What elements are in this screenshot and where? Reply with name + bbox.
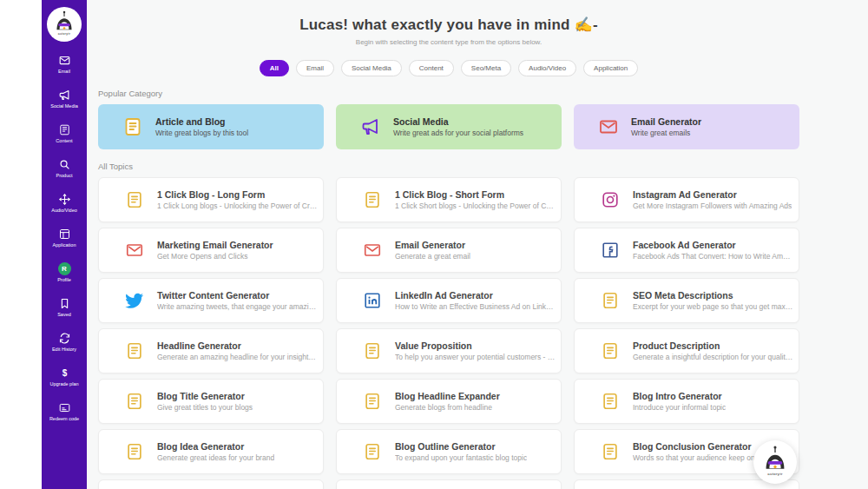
topic-card-1-click-blog-short-form[interactable]: 1 Click Blog - Short Form 1 Click Short … [336, 177, 562, 222]
sidebar-item-label: Profile [57, 277, 71, 282]
instagram-icon [601, 190, 620, 209]
popular-card-title: Email Generator [631, 116, 701, 127]
sidebar-item-product[interactable]: Product [42, 158, 87, 178]
sidebar-item-social-media[interactable]: Social Media [42, 89, 87, 109]
filter-pill-audio-video[interactable]: Audio/Video [518, 60, 576, 76]
doc-icon [363, 442, 382, 461]
filter-pill-application[interactable]: Application [583, 60, 638, 76]
topic-card-title: Twitter Content Generator [157, 290, 318, 301]
topic-card-desc: 1 Click Short blogs - Unlocking the Powe… [395, 202, 556, 210]
topic-card-blog-title-generator[interactable]: Blog Title Generator Give great titles t… [98, 379, 324, 424]
facebook-icon [601, 241, 620, 260]
left-gutter [0, 0, 42, 489]
sidebar-item-profile[interactable]: R Profile [42, 262, 87, 282]
sidebar-item-label: Content [56, 138, 72, 143]
topic-card-product-description[interactable]: Product Description Generate a insightfu… [574, 328, 799, 373]
popular-card-desc: Write great ads for your social platform… [393, 129, 523, 137]
main-area: Lucas! what exactly you have in mind ✍️-… [87, 0, 868, 489]
sidebar-item-label: Upgrade plan [49, 381, 78, 387]
topic-card-facebook-ad-generator[interactable]: Facebook Ad Generator Facebook Ads That … [574, 228, 799, 273]
topic-card-blog-idea-generator[interactable]: Blog Idea Generator Generate great ideas… [98, 429, 324, 474]
topic-card-title: 1 Click Blog - Short Form [395, 189, 556, 200]
topic-card-desc: Generate blogs from headline [395, 403, 500, 412]
topic-card-onboarding-screen-messages[interactable]: Onboarding Screen Messages Get your onbo… [336, 479, 562, 489]
sidebar-item-application[interactable]: Application [42, 228, 87, 248]
topic-card-title: Blog Idea Generator [157, 441, 274, 452]
doc-icon [125, 442, 144, 461]
app-root: autorytr Email Social Media Content Prod… [0, 0, 868, 489]
sidebar-item-label: Product [56, 173, 73, 178]
topic-card-email-generator[interactable]: Email Generator Generate a great email [336, 228, 562, 273]
topic-card-blog-intro-generator[interactable]: Blog Intro Generator Introduce your info… [574, 379, 799, 424]
topic-card-title: LinkedIn Ad Generator [395, 290, 556, 301]
all-topics-grid: 1 Click Blog - Long Form 1 Click Long bl… [98, 177, 799, 489]
chat-widget-button[interactable]: autorytr [753, 440, 797, 484]
sidebar-item-label: Audio/Video [51, 208, 77, 213]
doc-icon [601, 392, 620, 411]
topic-card-title: Facebook Ad Generator [633, 240, 793, 250]
filter-pill-content[interactable]: Content [409, 60, 454, 76]
topic-card-value-proposition[interactable]: Value Proposition To help you answer you… [336, 328, 562, 373]
sidebar-item-redeem-code[interactable]: Redeem code [42, 401, 87, 421]
doc-icon [601, 341, 620, 360]
topic-card-desc: Get More Instagram Followers with Amazin… [633, 202, 792, 210]
audio-video-icon [58, 193, 71, 206]
filter-pill-all[interactable]: All [260, 60, 289, 76]
topic-card-linkedin-ad-generator[interactable]: LinkedIn Ad Generator How to Write an Ef… [336, 278, 562, 323]
topic-card-marketing-email-generator[interactable]: Marketing Email Generator Get More Opens… [98, 228, 324, 273]
sidebar-item-edit-history[interactable]: Edit History [42, 332, 87, 352]
topic-card-title: Headline Generator [157, 340, 318, 351]
topic-card-blog-outline-generator[interactable]: Blog Outline Generator To expand upon yo… [336, 429, 562, 474]
topic-card-desc: Excerpt for your web page so that you ge… [633, 302, 793, 311]
all-topics-label: All Topics [98, 162, 799, 171]
page-title: Lucas! what exactly you have in mind ✍️- [98, 16, 799, 34]
dollar-icon: $ [58, 367, 71, 380]
history-icon [58, 332, 71, 345]
topic-card-desc: Introduce your informal topic [633, 403, 726, 412]
sidebar-item-content[interactable]: Content [42, 123, 87, 143]
popular-card-social-media[interactable]: Social Media Write great ads for your so… [336, 104, 562, 149]
sidebar-item-label: Email [58, 69, 70, 74]
doc-icon [601, 442, 620, 461]
sidebar-item-label: Edit History [52, 347, 76, 352]
filter-pill-social-media[interactable]: Social Media [341, 60, 402, 76]
topic-card-title: 1 Click Blog - Long Form [157, 189, 318, 200]
popular-category-grid: Article and Blog Write great blogs by th… [98, 104, 799, 149]
sidebar-item-audio-video[interactable]: Audio/Video [42, 193, 87, 213]
email-icon [58, 54, 71, 67]
topic-card-instagram-ad-generator[interactable]: Instagram Ad Generator Get More Instagra… [574, 177, 799, 222]
topic-card-desc: How to Write an Effective Business Ad on… [395, 302, 556, 311]
mascot-icon: autorytr [49, 9, 80, 40]
bookmark-icon [58, 297, 71, 310]
topic-card-desc: Generate an amazing headline for your in… [157, 353, 318, 361]
sidebar-item-label: Application [53, 242, 76, 248]
envelope-icon [125, 241, 144, 260]
doc-icon [125, 341, 144, 360]
topic-card-headline-generator[interactable]: Headline Generator Generate an amazing h… [98, 328, 324, 373]
doc-icon [601, 291, 620, 310]
popular-card-desc: Write great blogs by this tool [155, 129, 248, 137]
doc-icon [363, 190, 382, 209]
topic-card-desc: 1 Click Long blogs - Unlocking the Power… [157, 202, 318, 210]
topic-card-1-click-blog-long-form[interactable]: 1 Click Blog - Long Form 1 Click Long bl… [98, 177, 324, 222]
popular-card-email-generator[interactable]: Email Generator Write great emails [574, 104, 799, 149]
sidebar-item-saved[interactable]: Saved [42, 297, 87, 317]
topic-card-seo-meta-descriptions[interactable]: SEO Meta Descriptions Excerpt for your w… [574, 278, 799, 323]
topic-card-poetry-generator[interactable]: Poetry Generator Write a mesmerizing poe… [98, 479, 324, 489]
sidebar-item-upgrade-plan[interactable]: $ Upgrade plan [42, 367, 87, 387]
topic-card-blog-headline-expander[interactable]: Blog Headline Expander Generate blogs fr… [336, 379, 562, 424]
topic-card-twitter-content-generator[interactable]: Twitter Content Generator Write amazing … [98, 278, 324, 323]
card-icon [58, 401, 71, 414]
filter-pill-seo-meta[interactable]: Seo/Meta [461, 60, 511, 76]
sidebar-item-email[interactable]: Email [42, 54, 87, 74]
topic-card-title: Blog Title Generator [157, 391, 253, 401]
twitter-icon [125, 291, 144, 310]
brand-logo[interactable]: autorytr [47, 7, 82, 42]
megaphone-purple-icon [360, 116, 381, 137]
filter-pill-email[interactable]: Email [296, 60, 334, 76]
doc-icon [125, 190, 144, 209]
popular-card-article-and-blog[interactable]: Article and Blog Write great blogs by th… [98, 104, 324, 149]
topic-card-desc: Get More Opens and Clicks [157, 252, 273, 261]
svg-text:autorytr: autorytr [58, 32, 71, 36]
sidebar-item-label: Saved [57, 312, 71, 317]
